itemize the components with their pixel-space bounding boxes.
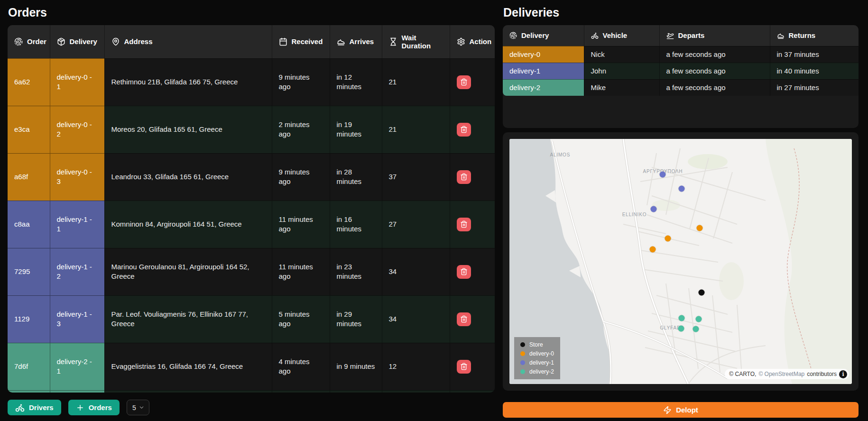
delete-order-button[interactable] [457,360,471,374]
order-arrives-cell: in 12 minutes [330,390,382,393]
delete-order-button[interactable] [457,75,471,89]
page-size-select[interactable]: 5 [127,400,149,415]
order-row: c8aa delivery-1 - 1 Komninon 84, Argirou… [8,201,495,248]
order-id-cell: e3ca [8,106,50,153]
legend-item: delivery-0 [520,350,554,357]
map[interactable]: ALIMOS ΑΡΓΥΡΟΥΠΟΛΗ ELLINIKO GLYFADA Σκ S… [509,139,852,384]
order-received-cell: 5 minutes ago [272,295,330,343]
order-address-cell: Rethimnou 21B, Glifada 166 75, Greece [104,58,272,106]
column-header-address: Address [104,25,272,58]
column-header-delivery: Delivery [503,25,584,46]
order-row: e3ca delivery-0 - 2 Moreos 20, Glifada 1… [8,106,495,153]
order-delivery-cell: delivery-0 - 1 [50,58,104,106]
trash-icon [460,78,468,86]
order-delivery-cell: delivery-1 - 2 [50,248,104,295]
orders-panel: Orders Order Delivery Address Received A… [8,6,495,418]
order-arrives-cell: in 16 minutes [330,201,382,248]
order-action-cell [450,248,495,295]
trash-icon [460,363,468,370]
drivers-button[interactable]: Drivers [8,400,61,415]
order-wait-cell: 37 [382,153,450,201]
bike-icon [15,403,25,412]
orders-card: Order Delivery Address Received Arrives … [8,25,495,393]
order-address-cell: Moreos 20, Glifada 165 61, Greece [104,106,272,153]
add-orders-button[interactable]: Orders [68,400,120,415]
order-received-cell: 4 minutes ago [272,343,330,390]
delivery-departs-cell: a few seconds ago [659,63,770,79]
delete-order-button[interactable] [457,123,471,137]
legend-dot [520,360,525,365]
gear-icon [457,37,465,46]
order-id-cell: c8aa [8,201,50,248]
delivery-row: delivery-1 John a few seconds ago in 40 … [503,63,859,79]
delete-order-button[interactable] [457,218,471,231]
delivery-returns-cell: in 40 minutes [770,63,859,79]
deliveries-table: Delivery Vehicle Departs Returns deliver… [503,25,859,96]
order-address-cell: Marinou Geroulanou 81, Argiroupoli 164 5… [104,248,272,295]
chevron-down-icon [139,404,145,411]
order-wait-cell: 34 [382,295,450,343]
deliveries-card: Delivery Vehicle Departs Returns deliver… [503,25,859,128]
page: Orders Order Delivery Address Received A… [0,0,868,418]
order-id-cell: 1129 [8,295,50,343]
delivery-vehicle-cell: John [584,63,659,79]
package-icon [57,37,65,46]
order-received-cell: 11 minutes ago [272,201,330,248]
delivery-departs-cell: a few seconds ago [659,79,770,96]
delete-order-button[interactable] [457,170,471,184]
plus-icon [76,403,84,412]
column-header-arrives: Arrives [330,25,382,58]
legend-label: delivery-1 [529,359,554,366]
delete-order-button[interactable] [457,265,471,279]
trash-icon [460,315,468,323]
order-arrives-cell: in 23 minutes [330,248,382,295]
order-wait-cell: 19 [382,390,450,393]
contributors-text: contributors [807,371,837,377]
order-action-cell [450,106,495,153]
osm-link[interactable]: © OpenStreetMap [758,371,804,377]
order-received-cell: 7 minutes ago [272,390,330,393]
map-tiles [509,139,852,384]
delivery-returns-cell: in 27 minutes [770,79,859,96]
order-id-cell: a68f [8,153,50,201]
legend-dot [520,369,525,374]
order-arrives-cell: in 12 minutes [330,58,382,106]
orders-footer: Drivers Orders 5 [8,400,495,415]
order-wait-cell: 21 [382,58,450,106]
legend-dot [520,351,525,356]
order-address-cell: Par. Leof. Vouliagmenis 76, Elliniko 167… [104,295,272,343]
order-arrives-cell: in 19 minutes [330,106,382,153]
order-received-cell: 9 minutes ago [272,58,330,106]
column-header-wait-duration: Wait Duration [382,25,450,58]
order-delivery-cell: delivery-1 - 3 [50,295,104,343]
order-delivery-cell: delivery-0 - 2 [50,106,104,153]
deliveries-title: Deliveries [503,6,859,19]
hourglass-icon [389,37,397,46]
order-action-cell [450,343,495,390]
delivery-vehicle-cell: Mike [584,79,659,96]
order-id-cell: 7295 [8,248,50,295]
column-header-action: Action [450,25,495,58]
shoe-icon [777,32,785,39]
legend-label: delivery-0 [529,350,554,357]
carto-credit: © CARTO, [729,371,756,377]
map-attribution: © CARTO, © OpenStreetMap contributors i [725,369,849,379]
delopt-button[interactable]: Delopt [503,402,859,418]
fingerprint-icon [509,32,517,39]
column-header-departs: Departs [659,25,770,46]
delete-order-button[interactable] [457,312,471,326]
map-pin-icon [111,37,120,46]
order-action-cell [450,201,495,248]
legend-label: delivery-2 [529,368,554,375]
orders-title: Orders [8,6,495,19]
delivery-row: delivery-0 Nick a few seconds ago in 37 … [503,46,859,63]
order-address-cell: Evaggelistrias 16, Glifada 166 74, Greec… [104,343,272,390]
order-arrives-cell: in 28 minutes [330,153,382,201]
legend-item: delivery-2 [520,368,554,375]
column-header-order: Order [8,25,50,58]
info-icon[interactable]: i [839,370,847,378]
map-card: ALIMOS ΑΡΓΥΡΟΥΠΟΛΗ ELLINIKO GLYFADA Σκ S… [503,132,859,391]
delivery-name-cell: delivery-1 [503,63,584,79]
order-row: 1129 delivery-1 - 3 Par. Leof. Vouliagme… [8,295,495,343]
order-arrives-cell: in 29 minutes [330,295,382,343]
